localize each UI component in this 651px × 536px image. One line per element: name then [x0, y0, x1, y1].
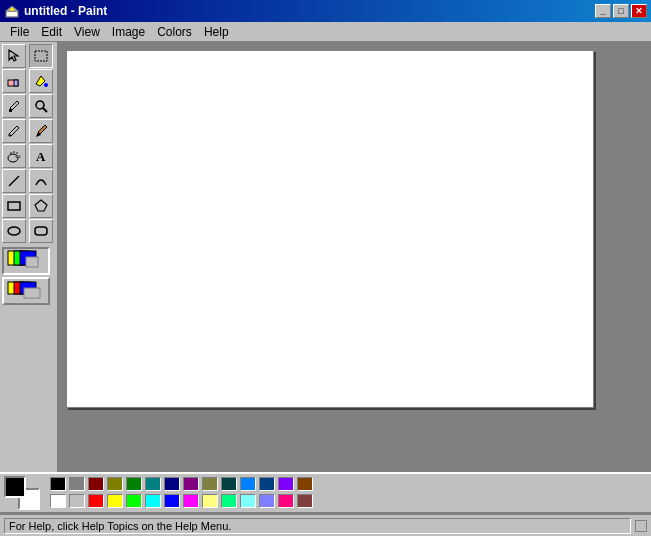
svg-point-20: [8, 227, 20, 235]
color-swatch[interactable]: [183, 477, 199, 491]
svg-rect-12: [16, 156, 20, 158]
status-bar: For Help, click Help Topics on the Help …: [0, 514, 651, 536]
canvas-area[interactable]: [58, 42, 651, 472]
svg-point-9: [36, 101, 44, 109]
color-swatch[interactable]: [202, 477, 218, 491]
app-icon: [4, 3, 20, 19]
tool-eraser[interactable]: [2, 69, 26, 93]
color-swatch[interactable]: [259, 494, 275, 508]
svg-rect-8: [9, 109, 12, 112]
color-swatch[interactable]: [88, 477, 104, 491]
title-text: untitled - Paint: [24, 4, 107, 18]
svg-point-15: [16, 152, 18, 154]
tool-rect-outline[interactable]: [2, 194, 26, 218]
title-buttons: _ □ ✕: [595, 4, 647, 18]
color-swatch[interactable]: [126, 477, 142, 491]
title-left: untitled - Paint: [4, 3, 107, 19]
tool-extra-2[interactable]: [2, 277, 50, 305]
tool-magnifier[interactable]: [29, 94, 53, 118]
menu-item-help[interactable]: Help: [198, 23, 235, 41]
tool-brush[interactable]: [29, 119, 53, 143]
color-swatch[interactable]: [126, 494, 142, 508]
menu-item-view[interactable]: View: [68, 23, 106, 41]
extra-tools: [2, 247, 55, 305]
color-swatch[interactable]: [278, 477, 294, 491]
svg-rect-6: [14, 80, 18, 86]
tool-airbrush[interactable]: [2, 144, 26, 168]
svg-rect-21: [35, 227, 47, 235]
svg-rect-25: [26, 257, 38, 267]
tool-polygon[interactable]: [29, 194, 53, 218]
color-swatch[interactable]: [107, 477, 123, 491]
maximize-button[interactable]: □: [613, 4, 629, 18]
menu-item-colors[interactable]: Colors: [151, 23, 198, 41]
svg-rect-18: [8, 202, 20, 210]
color-swatch[interactable]: [202, 494, 218, 508]
color-grid: [50, 477, 315, 510]
svg-line-10: [43, 108, 47, 112]
resize-handle[interactable]: [635, 520, 647, 532]
title-bar: untitled - Paint _ □ ✕: [0, 0, 651, 22]
tool-curve[interactable]: [29, 169, 53, 193]
svg-point-13: [10, 152, 12, 154]
tool-rounded-rect[interactable]: [29, 219, 53, 243]
svg-point-7: [44, 83, 48, 87]
color-swatch[interactable]: [164, 477, 180, 491]
tool-text[interactable]: A: [29, 144, 53, 168]
svg-rect-29: [24, 288, 40, 298]
svg-rect-3: [10, 8, 14, 11]
menu-item-image[interactable]: Image: [106, 23, 151, 41]
color-swatch[interactable]: [278, 494, 294, 508]
color-swatch[interactable]: [50, 494, 66, 508]
color-swatch[interactable]: [145, 494, 161, 508]
tool-grid: A: [2, 44, 55, 243]
color-swatch[interactable]: [88, 494, 104, 508]
tool-eyedropper[interactable]: [2, 94, 26, 118]
svg-point-11: [8, 154, 18, 162]
color-swatch[interactable]: [69, 477, 85, 491]
color-swatch[interactable]: [259, 477, 275, 491]
tool-pencil[interactable]: [2, 119, 26, 143]
status-text: For Help, click Help Topics on the Help …: [4, 518, 631, 534]
toolbar: A: [0, 42, 58, 472]
svg-rect-4: [35, 51, 47, 61]
svg-point-14: [13, 151, 15, 153]
svg-line-17: [9, 176, 19, 186]
canvas[interactable]: [66, 50, 594, 408]
palette-bar: [0, 472, 651, 514]
menu-item-file[interactable]: File: [4, 23, 35, 41]
color-swatch[interactable]: [221, 477, 237, 491]
color-swatch[interactable]: [297, 494, 313, 508]
minimize-button[interactable]: _: [595, 4, 611, 18]
tool-select-free[interactable]: [2, 44, 26, 68]
tool-line[interactable]: [2, 169, 26, 193]
svg-marker-19: [35, 200, 47, 211]
menu-bar: FileEditViewImageColorsHelp: [0, 22, 651, 42]
color-swatch[interactable]: [221, 494, 237, 508]
foreground-color[interactable]: [4, 476, 26, 498]
color-swatch[interactable]: [183, 494, 199, 508]
svg-rect-1: [7, 12, 17, 16]
color-swatch[interactable]: [240, 494, 256, 508]
color-swatch[interactable]: [50, 477, 66, 491]
current-colors: [4, 476, 40, 510]
main-area: A: [0, 42, 651, 472]
color-swatch[interactable]: [145, 477, 161, 491]
menu-item-edit[interactable]: Edit: [35, 23, 68, 41]
color-swatch[interactable]: [297, 477, 313, 491]
tool-select-rect[interactable]: [29, 44, 53, 68]
tool-ellipse[interactable]: [2, 219, 26, 243]
color-swatch[interactable]: [240, 477, 256, 491]
color-swatch[interactable]: [69, 494, 85, 508]
svg-text:A: A: [36, 149, 46, 164]
color-swatch[interactable]: [107, 494, 123, 508]
tool-fill[interactable]: [29, 69, 53, 93]
tool-extra-1[interactable]: [2, 247, 50, 275]
close-button[interactable]: ✕: [631, 4, 647, 18]
color-swatch[interactable]: [164, 494, 180, 508]
